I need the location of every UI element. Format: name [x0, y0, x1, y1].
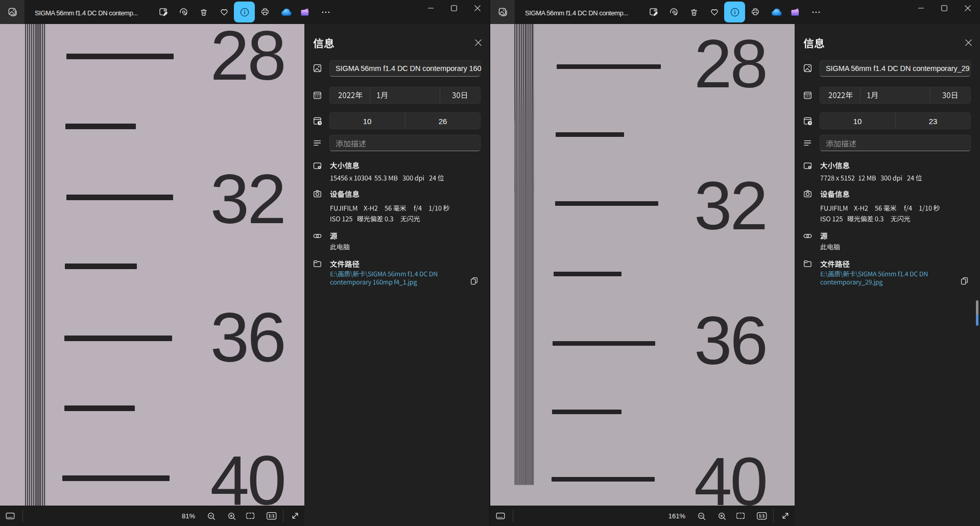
- svg-text:1:1: 1:1: [758, 514, 764, 518]
- svg-text:1:1: 1:1: [268, 514, 274, 518]
